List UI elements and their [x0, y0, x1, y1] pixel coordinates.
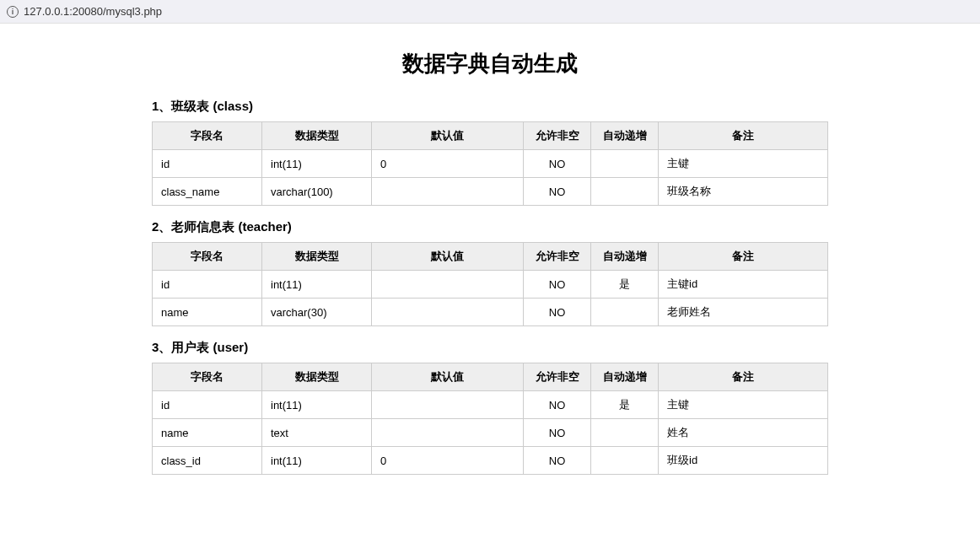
section-title: 3、用户表 (user) [152, 340, 828, 356]
table-cell: NO [524, 419, 591, 447]
table-row: namevarchar(30)NO老师姓名 [153, 299, 828, 326]
table-cell: text [262, 419, 372, 447]
table-cell: id [153, 391, 262, 419]
table-header-cell: 自动递增 [591, 243, 659, 271]
tables-container: 1、班级表 (class)字段名数据类型默认值允许非空自动递增备注idint(1… [152, 99, 828, 475]
table-cell [591, 299, 659, 326]
table-cell: id [153, 150, 262, 178]
table-row: idint(11)NO是主键 [153, 391, 828, 419]
table-cell [591, 178, 659, 206]
data-table: 字段名数据类型默认值允许非空自动递增备注idint(11)0NO主键class_… [152, 121, 828, 206]
table-cell [591, 447, 659, 475]
table-cell: NO [524, 447, 591, 475]
table-cell: 是 [591, 271, 659, 299]
table-header-cell: 数据类型 [262, 122, 372, 150]
table-header-cell: 备注 [659, 122, 828, 150]
table-cell [372, 419, 524, 447]
table-cell [372, 178, 524, 206]
page-content: 数据字典自动生成 1、班级表 (class)字段名数据类型默认值允许非空自动递增… [0, 24, 980, 475]
table-header-cell: 允许非空 [524, 122, 591, 150]
table-header-row: 字段名数据类型默认值允许非空自动递增备注 [153, 243, 828, 271]
table-header-cell: 自动递增 [591, 363, 659, 391]
table-cell: NO [524, 150, 591, 178]
table-row: nametextNO姓名 [153, 419, 828, 447]
table-cell: NO [524, 299, 591, 326]
table-cell: int(11) [262, 447, 372, 475]
table-header-cell: 默认值 [372, 243, 524, 271]
url-text: 127.0.0.1:20080/mysql3.php [24, 5, 162, 18]
table-header-cell: 字段名 [153, 122, 262, 150]
table-row: idint(11)NO是主键id [153, 271, 828, 299]
table-cell [372, 299, 524, 326]
table-cell [372, 391, 524, 419]
table-cell: 主键id [659, 271, 828, 299]
table-cell: 姓名 [659, 419, 828, 447]
table-cell: 班级id [659, 447, 828, 475]
table-header-row: 字段名数据类型默认值允许非空自动递增备注 [153, 363, 828, 391]
page-title: 数据字典自动生成 [152, 49, 828, 78]
table-cell: 0 [372, 447, 524, 475]
table-header-cell: 备注 [659, 363, 828, 391]
table-cell: class_name [153, 178, 262, 206]
table-header-row: 字段名数据类型默认值允许非空自动递增备注 [153, 122, 828, 150]
table-header-cell: 数据类型 [262, 363, 372, 391]
table-cell: name [153, 419, 262, 447]
table-header-cell: 字段名 [153, 363, 262, 391]
table-cell [591, 419, 659, 447]
table-header-cell: 备注 [659, 243, 828, 271]
table-row: class_idint(11)0NO班级id [153, 447, 828, 475]
table-cell: 是 [591, 391, 659, 419]
table-cell: 0 [372, 150, 524, 178]
table-cell: NO [524, 271, 591, 299]
table-cell: 主键 [659, 391, 828, 419]
section-title: 2、老师信息表 (teacher) [152, 219, 828, 235]
table-cell: 老师姓名 [659, 299, 828, 326]
table-cell [591, 150, 659, 178]
table-cell: int(11) [262, 150, 372, 178]
table-header-cell: 默认值 [372, 122, 524, 150]
browser-address-bar[interactable]: i 127.0.0.1:20080/mysql3.php [0, 0, 980, 24]
info-icon: i [7, 6, 19, 18]
table-cell: name [153, 299, 262, 326]
section-title: 1、班级表 (class) [152, 99, 828, 115]
table-header-cell: 字段名 [153, 243, 262, 271]
table-cell: NO [524, 178, 591, 206]
table-cell: 主键 [659, 150, 828, 178]
table-cell: NO [524, 391, 591, 419]
data-table: 字段名数据类型默认值允许非空自动递增备注idint(11)NO是主键idname… [152, 242, 828, 326]
table-header-cell: 允许非空 [524, 363, 591, 391]
table-header-cell: 自动递增 [591, 122, 659, 150]
table-cell: class_id [153, 447, 262, 475]
table-cell: int(11) [262, 391, 372, 419]
table-header-cell: 数据类型 [262, 243, 372, 271]
table-header-cell: 默认值 [372, 363, 524, 391]
table-cell [372, 271, 524, 299]
data-table: 字段名数据类型默认值允许非空自动递增备注idint(11)NO是主键namete… [152, 363, 828, 475]
table-cell: varchar(100) [262, 178, 372, 206]
table-cell: 班级名称 [659, 178, 828, 206]
table-cell: varchar(30) [262, 299, 372, 326]
table-cell: int(11) [262, 271, 372, 299]
table-row: idint(11)0NO主键 [153, 150, 828, 178]
table-header-cell: 允许非空 [524, 243, 591, 271]
table-cell: id [153, 271, 262, 299]
table-row: class_namevarchar(100)NO班级名称 [153, 178, 828, 206]
